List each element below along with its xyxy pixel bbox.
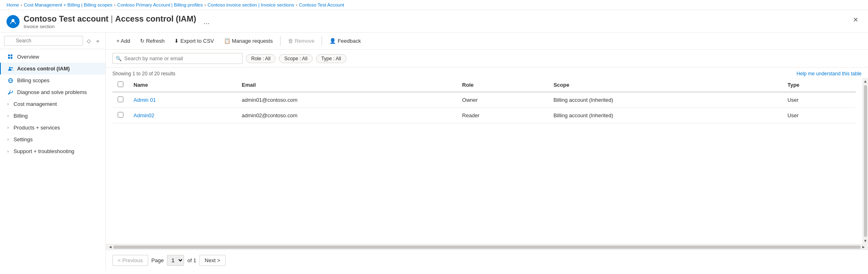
type-cell: User (783, 108, 856, 123)
scope-cell: Billing account (Inherited) (548, 108, 783, 123)
toolbar-separator-2 (322, 36, 322, 46)
sidebar-search-input[interactable] (4, 36, 83, 46)
sidebar-item-settings[interactable]: › Settings (0, 134, 105, 145)
results-bar: Showing 1 to 20 of 20 results Help me un… (106, 68, 868, 78)
role-column-header: Role (457, 78, 548, 92)
breadcrumb-primary[interactable]: Contoso Primary Account | Billing profil… (117, 2, 203, 7)
close-button[interactable]: ✕ (850, 14, 861, 25)
iam-icon (9, 18, 17, 25)
page-label: Page (151, 257, 164, 263)
help-link[interactable]: Help me understand this table (797, 71, 861, 77)
sidebar-item-diagnose[interactable]: Diagnose and solve problems (0, 86, 105, 98)
export-button[interactable]: ⬇ Export to CSV (170, 36, 218, 46)
ellipsis-button[interactable]: ... (200, 16, 213, 28)
table-container: Name Email Role Scope Type Admin 01 (106, 78, 862, 244)
scroll-up-button[interactable]: ▲ (864, 79, 868, 83)
breadcrumb-billing[interactable]: Cost Management + Billing | Billing scop… (24, 2, 112, 7)
sidebar-diamond-button[interactable]: ◇ (85, 36, 93, 46)
page-select[interactable]: 1 (167, 255, 184, 266)
chevron-right-icon-support: › (7, 149, 9, 153)
filter-search-input[interactable] (112, 53, 243, 64)
sidebar-item-billing-scopes[interactable]: Billing scopes (0, 75, 105, 86)
name-cell: Admin02 (129, 108, 237, 123)
toolbar-separator (280, 36, 281, 46)
name-link-1[interactable]: Admin02 (134, 112, 154, 118)
type-column-header: Type (783, 78, 856, 92)
svg-rect-2 (11, 54, 12, 56)
scope-cell: Billing account (Inherited) (548, 92, 783, 108)
table-row: Admin 01 admin01@contoso.com Owner Billi… (112, 92, 856, 108)
sidebar-cost-label: Cost management (13, 101, 57, 107)
breadcrumb-invoice-section[interactable]: Contoso invoice section | Invoice sectio… (208, 2, 294, 7)
refresh-icon: ↻ (140, 38, 145, 44)
sidebar-item-products[interactable]: › Products + services (0, 122, 105, 134)
vertical-scrollbar: ▲ ▼ (862, 78, 868, 244)
export-icon: ⬇ (174, 38, 179, 44)
remove-icon: 🗑 (288, 38, 293, 44)
row-checkbox-1[interactable] (118, 112, 123, 118)
scope-column-header: Scope (548, 78, 783, 92)
table-row: Admin02 admin02@contoso.com Reader Billi… (112, 108, 856, 123)
filter-bar: 🔍 Role : All Scope : All Type : All (106, 50, 868, 68)
scroll-left-button[interactable]: ◄ (107, 245, 113, 249)
role-cell: Owner (457, 92, 548, 108)
breadcrumb-test-account[interactable]: Contoso Test Account (299, 2, 344, 7)
sidebar-item-overview[interactable]: Overview (0, 51, 105, 63)
row-checkbox-0[interactable] (118, 96, 123, 102)
remove-button[interactable]: 🗑 Remove (284, 36, 318, 46)
sidebar-billing-label: Billing (13, 113, 28, 119)
row-checkbox-cell (112, 108, 129, 123)
sidebar-item-cost-management[interactable]: › Cost management (0, 98, 105, 110)
sidebar-iam-label: Access control (IAM) (17, 66, 70, 72)
sidebar: 🔍 ◇ « Overview (0, 33, 106, 271)
email-column-header: Email (237, 78, 457, 92)
layout: 🔍 ◇ « Overview (0, 33, 868, 271)
feedback-icon: 👤 (329, 38, 336, 44)
type-filter-chip[interactable]: Type : All (316, 54, 346, 63)
breadcrumb-home[interactable]: Home (7, 2, 19, 7)
of-label: of 1 (187, 257, 196, 263)
sidebar-item-billing[interactable]: › Billing (0, 110, 105, 122)
next-button[interactable]: Next > (199, 255, 226, 266)
email-cell: admin02@contoso.com (237, 108, 457, 123)
sidebar-item-iam[interactable]: Access control (IAM) (0, 63, 105, 75)
feedback-button[interactable]: 👤 Feedback (325, 36, 365, 46)
page-title: Contoso Test account | Access control (I… (24, 14, 196, 24)
horizontal-scrollbar: ◄ ► (106, 244, 868, 250)
sidebar-overview-label: Overview (17, 54, 39, 60)
email-cell: admin01@contoso.com (237, 92, 457, 108)
refresh-button[interactable]: ↻ Refresh (136, 36, 169, 46)
iam-table: Name Email Role Scope Type Admin 01 (112, 78, 856, 123)
scroll-right-button[interactable]: ► (861, 245, 866, 249)
select-all-checkbox[interactable] (118, 81, 123, 87)
manage-button[interactable]: 📋 Manage requests (220, 36, 277, 46)
chevron-right-icon: › (7, 102, 9, 106)
grid-icon (7, 54, 14, 60)
name-column-header: Name (129, 78, 237, 92)
table-header-row: Name Email Role Scope Type (112, 78, 856, 92)
sidebar-products-label: Products + services (13, 125, 60, 131)
role-cell: Reader (457, 108, 548, 123)
add-button[interactable]: + Add (112, 36, 134, 46)
svg-rect-4 (11, 57, 12, 59)
chevron-right-icon-billing: › (7, 114, 9, 118)
svg-rect-1 (8, 54, 10, 56)
page-icon (7, 15, 20, 28)
sidebar-item-support[interactable]: › Support + troubleshooting (0, 145, 105, 157)
sidebar-settings-label: Settings (13, 136, 33, 142)
main-content: + Add ↻ Refresh ⬇ Export to CSV 📋 Manage… (106, 33, 868, 271)
toolbar: + Add ↻ Refresh ⬇ Export to CSV 📋 Manage… (106, 33, 868, 50)
hscroll-track (113, 246, 861, 249)
scroll-down-button[interactable]: ▼ (864, 239, 868, 243)
sidebar-support-label: Support + troubleshooting (13, 148, 74, 154)
svg-point-6 (11, 67, 13, 68)
sidebar-collapse-button[interactable]: « (94, 36, 101, 46)
row-checkbox-cell (112, 92, 129, 108)
previous-button[interactable]: < Previous (112, 255, 148, 266)
scope-filter-chip[interactable]: Scope : All (279, 54, 313, 63)
role-filter-chip[interactable]: Role : All (246, 54, 276, 63)
sidebar-diagnose-label: Diagnose and solve problems (17, 89, 87, 95)
name-link-0[interactable]: Admin 01 (134, 97, 156, 103)
page-subtitle: Invoice section (24, 24, 196, 29)
name-cell: Admin 01 (129, 92, 237, 108)
